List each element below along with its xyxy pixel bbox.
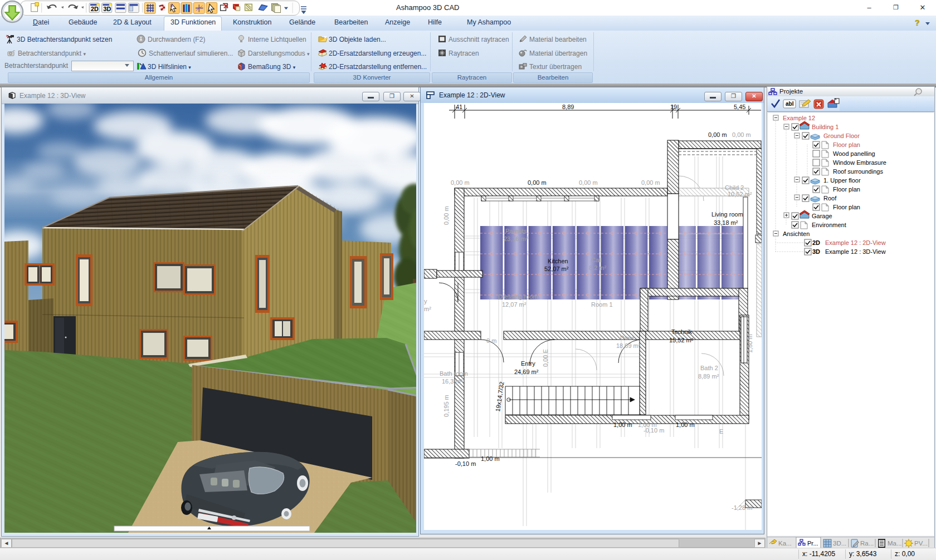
svg-text:5,45: 5,45 [734, 104, 745, 110]
svg-text:Wood panelling: Wood panelling [833, 150, 875, 157]
svg-text:-1,28 m: -1,28 m [732, 504, 752, 511]
svg-text:Roof surroundings: Roof surroundings [833, 168, 883, 175]
svg-text:15,52 m²: 15,52 m² [669, 337, 694, 343]
svg-text:Garage: Garage [812, 213, 832, 219]
svg-text:1,00 m: 1,00 m [481, 455, 500, 462]
svg-text:Floor plan: Floor plan [833, 186, 860, 193]
svg-text:1,80 m: 1,80 m [747, 334, 753, 353]
svg-text:PV...: PV... [914, 540, 928, 547]
svg-text:Floor plan: Floor plan [833, 141, 860, 148]
svg-text:0,00 m: 0,00 m [708, 131, 727, 138]
svg-text:19: 19 [670, 104, 677, 110]
svg-text:abl: abl [786, 101, 794, 107]
svg-text:19x14,7/32: 19x14,7/32 [494, 381, 505, 412]
svg-text:Child 2: Child 2 [725, 184, 744, 191]
svg-text:52,07 m²: 52,07 m² [544, 266, 569, 272]
svg-text:Kitchen: Kitchen [548, 258, 568, 264]
svg-text:3D: 3D [103, 6, 111, 12]
svg-text:Environment: Environment [812, 222, 846, 228]
svg-text:0,00 E: 0,00 E [542, 349, 549, 367]
svg-text:Dressing room: Dressing room [498, 293, 538, 300]
svg-text:1. Upper floor: 1. Upper floor [823, 177, 861, 184]
svg-text:12,07 m²: 12,07 m² [502, 301, 526, 308]
svg-text:E: E [719, 428, 723, 435]
svg-text:10,52 m²: 10,52 m² [728, 191, 752, 198]
svg-text:Ra...: Ra... [860, 540, 874, 547]
svg-text:-0,10 m: -0,10 m [644, 427, 664, 434]
svg-text:8,89: 8,89 [562, 104, 574, 110]
svg-text:23,16 m²: 23,16 m² [504, 235, 528, 242]
svg-text:33,18 m²: 33,18 m² [714, 219, 738, 226]
svg-text:16,3 m²: 16,3 m² [442, 378, 463, 385]
svg-text:Bath room: Bath room [440, 370, 468, 377]
svg-text:1,00 m: 1,00 m [676, 421, 695, 428]
svg-text:Living room: Living room [711, 211, 743, 218]
svg-text:3D...: 3D... [833, 540, 846, 547]
svg-text:Bath 2: Bath 2 [700, 365, 718, 371]
svg-text:0,00 m: 0,00 m [732, 131, 751, 138]
svg-text:8,89 m²: 8,89 m² [698, 373, 719, 380]
svg-text:-0,10 m: -0,10 m [455, 460, 476, 467]
svg-text:18,69 m²: 18,69 m² [616, 342, 641, 349]
svg-text:0,00 m: 0,00 m [451, 179, 470, 186]
svg-text:Call: Call [591, 257, 602, 263]
svg-text:Room 1: Room 1 [591, 301, 613, 308]
svg-text:8,2 m²: 8,2 m² [589, 264, 607, 271]
svg-text:24,69 m²: 24,69 m² [514, 369, 539, 375]
svg-text:0,00 m: 0,00 m [579, 179, 598, 186]
svg-text:Parents: Parents [505, 228, 526, 234]
svg-text:y: y [424, 298, 427, 304]
svg-text:3D: 3D [812, 248, 820, 255]
svg-text:2D: 2D [812, 239, 820, 246]
svg-text:41: 41 [456, 104, 462, 110]
svg-text:Ka...: Ka... [778, 540, 792, 547]
svg-text:Roof: Roof [823, 195, 837, 202]
svg-text:0,00 m: 0,00 m [528, 179, 547, 186]
svg-text:Ground Floor: Ground Floor [823, 132, 860, 139]
svg-text:Example 12 : 2D-View: Example 12 : 2D-View [825, 239, 886, 246]
svg-text:Example 12: Example 12 [783, 115, 815, 121]
svg-text:Pr...: Pr... [807, 540, 818, 547]
svg-text:m²: m² [424, 306, 431, 312]
svg-text:Ansichten: Ansichten [783, 230, 810, 237]
svg-text:Floor plan: Floor plan [833, 204, 860, 210]
svg-text:Example 12 : 3D-View: Example 12 : 3D-View [825, 248, 886, 255]
svg-text:Ma...: Ma... [888, 540, 902, 547]
svg-text:Building 1: Building 1 [812, 124, 838, 130]
svg-text:Technik: Technik [671, 328, 693, 335]
svg-text:Window Embrasure: Window Embrasure [833, 159, 886, 166]
svg-text:0,00 m: 0,00 m [641, 179, 660, 186]
svg-text:1,00 m: 1,00 m [613, 421, 632, 428]
svg-text:0,00 m: 0,00 m [443, 206, 450, 225]
svg-text:0,195 m: 0,195 m [443, 395, 450, 417]
svg-text:2D: 2D [91, 6, 99, 12]
svg-text:Diele: Diele [620, 335, 634, 341]
svg-text:Entry: Entry [521, 360, 535, 367]
svg-text:0 m: 0 m [486, 337, 496, 344]
